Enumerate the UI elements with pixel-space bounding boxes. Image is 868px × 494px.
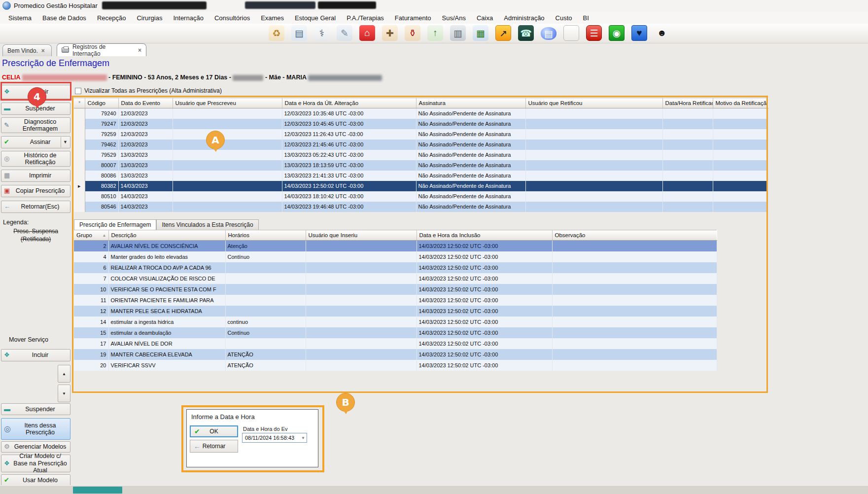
- prescription-row[interactable]: 79462 12/03/2023 12/03/2023 21:45:46 UTC…: [74, 140, 768, 150]
- diagnostico-enfermagem-button[interactable]: ✎Diagnostico Enfermagem: [1, 117, 70, 133]
- menu-item[interactable]: Exames: [255, 13, 289, 23]
- column-header-horarios[interactable]: Horários: [225, 230, 306, 241]
- item-row[interactable]: 10 VERIFICAR SE O PACIENTE ESTA COM F 14…: [74, 284, 717, 295]
- prescription-row[interactable]: 80086 13/03/2023 13/03/2023 21:41:33 UTC…: [74, 171, 768, 181]
- staff-folder-icon[interactable]: ▤: [291, 25, 307, 41]
- column-header-usuario-inseriu[interactable]: Usuário que Inseriu: [306, 230, 417, 241]
- menu-item[interactable]: Internação: [168, 13, 208, 23]
- tab-registros-internacao[interactable]: Registros de Internação ×: [57, 43, 146, 56]
- menu-item[interactable]: Base de Dados: [37, 13, 92, 23]
- tab-prescricao-enfermagem[interactable]: Prescrição de Enfermagem: [74, 219, 156, 230]
- ambulance-icon[interactable]: ✚: [382, 25, 398, 41]
- item-row[interactable]: 14 estimular a ingesta hidrica continuo …: [74, 317, 717, 327]
- magnifier-icon: ◎: [4, 155, 9, 163]
- chat-bubble-icon[interactable]: [563, 25, 579, 41]
- menu-item[interactable]: Sus/Ans: [437, 13, 471, 23]
- menu-item[interactable]: P.A./Terapias: [341, 13, 389, 23]
- item-row[interactable]: 11 ORIENTAR PACIENTE E FAMILIAR PARA 14/…: [74, 295, 717, 306]
- menu-item[interactable]: Recepção: [92, 13, 132, 23]
- revenue-up-icon[interactable]: ↑: [427, 25, 443, 41]
- move-up-button[interactable]: ▲: [58, 365, 70, 383]
- item-row[interactable]: 7 COLOCAR VISUALIZAÇÃO DE RISCO DE 14/03…: [74, 273, 717, 284]
- tab-itens-vinculados[interactable]: Itens Vinculados a Esta Prescrição: [156, 219, 258, 230]
- column-header-data-evento[interactable]: Data do Evento: [118, 98, 173, 108]
- column-header-usuario-prescreveu[interactable]: Usuário que Prescreveu: [173, 98, 282, 108]
- prescription-row[interactable]: 79247 12/03/2023 12/03/2023 10:45:45 UTC…: [74, 119, 768, 129]
- prescription-row[interactable]: 79240 12/03/2023 12/03/2023 10:35:48 UTC…: [74, 108, 768, 119]
- column-header-observacao[interactable]: Observação: [552, 230, 717, 241]
- prescription-row[interactable]: 80546 14/03/2023 14/03/2023 19:46:48 UTC…: [74, 202, 768, 212]
- prescription-row[interactable]: 79259 12/03/2023 12/03/2023 11:26:43 UTC…: [74, 129, 768, 140]
- item-row[interactable]: 15 estimular a deambulação Contínuo 14/0…: [74, 327, 717, 338]
- item-row[interactable]: 6 REALIZAR A TROCA DO AVP A CADA 96 14/0…: [74, 262, 717, 273]
- gerenciar-modelos-button[interactable]: ⚙Gerenciar Modelos: [1, 441, 70, 453]
- item-row[interactable]: 17 AVALIAR NÍVEL DE DOR 14/03/2023 12:50…: [74, 338, 717, 349]
- column-header-descricao[interactable]: Descrição: [108, 230, 225, 241]
- finance-chart-icon[interactable]: ↗: [495, 25, 511, 41]
- retornar-button[interactable]: ← Retornar: [190, 440, 238, 453]
- prescription-document-icon[interactable]: ✎: [337, 25, 352, 41]
- column-header-ult-alteracao[interactable]: Data e Hora da Últ. Alteração: [282, 98, 416, 108]
- prescription-row-selected[interactable]: ▸ 80382 14/03/2023 14/03/2023 12:50:02 U…: [74, 181, 768, 191]
- close-icon[interactable]: ×: [138, 47, 141, 54]
- column-header-motivo[interactable]: Motivo da Retificação: [713, 98, 768, 108]
- incluir-item-button[interactable]: ❖Incluir: [1, 349, 70, 361]
- chevron-down-icon[interactable]: ▼: [301, 436, 305, 440]
- indicator-header: *: [74, 98, 85, 108]
- menu-item[interactable]: Administração: [498, 13, 550, 23]
- assinar-button[interactable]: ✔Assinar ▼: [1, 136, 70, 148]
- column-header-data-inclusao[interactable]: Data e Hora da Inclusão: [417, 230, 552, 241]
- move-down-button[interactable]: ▼: [58, 385, 70, 402]
- retornar-button[interactable]: ←Retornar(Esc): [1, 201, 70, 213]
- patients-book-icon[interactable]: ☻: [654, 25, 670, 41]
- vizualizar-todas-checkbox[interactable]: [75, 88, 81, 94]
- item-row[interactable]: 4 Manter grades do leito elevadas Contín…: [74, 251, 717, 262]
- historico-retificacao-button[interactable]: ◎Histórico de Retificação: [1, 151, 70, 167]
- tab-bem-vindo[interactable]: Bem Vindo. ×: [2, 44, 52, 56]
- copiar-prescricao-button[interactable]: ▣Copiar Prescrição: [1, 185, 70, 197]
- invoice-icon[interactable]: ☰: [586, 25, 602, 41]
- column-header-assinatura[interactable]: Assinatura: [416, 98, 525, 108]
- suspender-item-button[interactable]: ▬Suspender: [1, 403, 70, 415]
- ledger-book-icon[interactable]: ▤: [541, 27, 556, 40]
- prescription-row[interactable]: 80510 14/03/2023 14/03/2023 18:10:42 UTC…: [74, 191, 768, 202]
- item-row[interactable]: 12 MANTER PELE SECA E HIDRATADA 14/03/20…: [74, 306, 717, 317]
- criar-modelo-button[interactable]: ❖Criar Modelo c/ Base na Prescrição Atua…: [1, 455, 70, 472]
- prescription-row[interactable]: 79529 13/03/2023 13/03/2023 05:22:43 UTC…: [74, 150, 768, 160]
- prescription-row[interactable]: 80007 13/03/2023 13/03/2023 18:13:59 UTC…: [74, 160, 768, 171]
- power-off-icon[interactable]: ◉: [609, 25, 625, 41]
- column-header-data-retificacao[interactable]: Data/Hora Retificação: [662, 98, 713, 108]
- users-sync-icon[interactable]: ♻: [269, 25, 284, 41]
- item-row-selected[interactable]: 2 AVALIAR NÍVEL DE CONSCIÊNCIA Atenção 1…: [74, 241, 717, 251]
- menu-item[interactable]: Sistema: [3, 13, 37, 23]
- ok-button[interactable]: ✔ OK: [190, 425, 238, 437]
- data-hora-evento-combobox[interactable]: 08/11/2024 16:58:43 ▼: [242, 433, 307, 443]
- hospital-bed-icon[interactable]: ⌂: [359, 25, 375, 41]
- close-icon[interactable]: ×: [41, 47, 45, 54]
- menu-item[interactable]: BI: [578, 13, 594, 23]
- annotation-marker-a: A: [206, 131, 225, 149]
- menu-item[interactable]: Caixa: [471, 13, 498, 23]
- stock-money-icon[interactable]: ▥: [450, 25, 466, 41]
- check-icon: ✔: [194, 427, 200, 435]
- menu-item[interactable]: Faturamento: [389, 13, 437, 23]
- medication-bottles-icon[interactable]: ⚱: [405, 25, 420, 41]
- assinar-dropdown-arrow[interactable]: ▼: [61, 137, 69, 147]
- menu-item[interactable]: Custo: [550, 13, 578, 23]
- column-header-grupo[interactable]: Grupo▲: [74, 230, 108, 241]
- item-row[interactable]: 19 MANTER CABECEIRA ELEVADA ATENÇÃO 14/0…: [74, 349, 717, 360]
- phonebook-icon[interactable]: ☎: [518, 25, 534, 41]
- menu-item[interactable]: Cirurgias: [131, 13, 168, 23]
- itens-dessa-prescricao-button[interactable]: ◎Itens dessa Prescrição: [1, 418, 70, 440]
- doctor-icon[interactable]: ⚕: [314, 25, 330, 41]
- redacted-mother-name: [308, 75, 382, 81]
- vitals-book-icon[interactable]: ♥: [631, 25, 647, 41]
- menu-item[interactable]: Estoque Geral: [289, 13, 341, 23]
- menu-item[interactable]: Consultórios: [209, 13, 255, 23]
- item-row[interactable]: 20 VERIFICAR SSVV ATENÇÃO 14/03/2023 12:…: [74, 360, 717, 371]
- column-header-usuario-retificou[interactable]: Usuário que Retificou: [525, 98, 662, 108]
- safe-icon[interactable]: ▦: [473, 25, 488, 41]
- imprimir-button[interactable]: ▦Imprimir: [1, 170, 70, 182]
- edit-document-icon: ✎: [4, 122, 9, 129]
- column-header-codigo[interactable]: Código: [85, 98, 118, 108]
